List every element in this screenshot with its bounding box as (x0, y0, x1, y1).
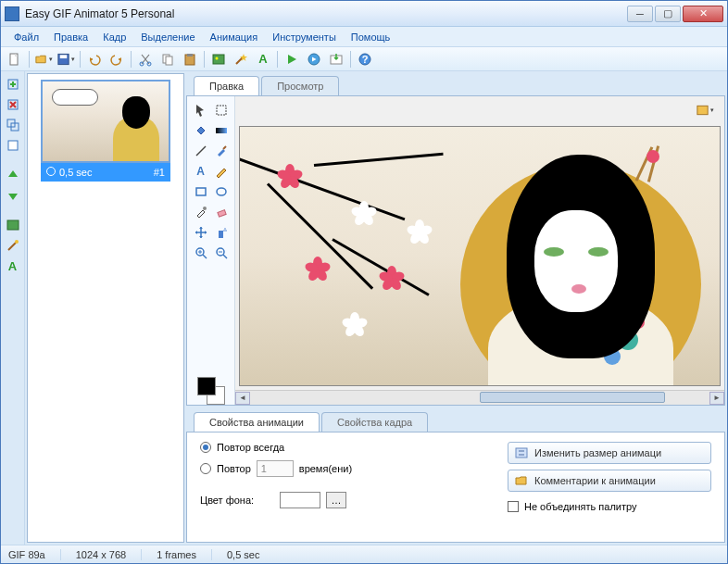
merge-palette-label: Не объединять палитру (524, 501, 637, 512)
minimize-button[interactable]: ─ (627, 6, 653, 22)
export-button[interactable] (326, 49, 346, 69)
svg-rect-19 (8, 141, 18, 150)
image-tool-button[interactable] (208, 49, 229, 69)
play-button[interactable] (282, 49, 302, 69)
tab-anim-props[interactable]: Свойства анимации (194, 412, 320, 432)
bgcolor-picker-button[interactable]: … (326, 492, 346, 508)
svg-rect-8 (187, 54, 193, 56)
svg-rect-20 (7, 220, 19, 230)
copy-button[interactable] (157, 49, 178, 69)
gradient-tool[interactable] (213, 122, 230, 139)
bucket-tool[interactable] (193, 122, 209, 139)
props-panel: Повтор всегда Повтор 1 время(ени) Цвет ф… (186, 432, 725, 543)
tab-preview[interactable]: Просмотр (261, 76, 339, 95)
menu-selection[interactable]: Выделение (133, 30, 202, 44)
help-button[interactable]: ? (355, 49, 375, 69)
canvas-options-button[interactable] (695, 100, 715, 120)
close-button[interactable]: ✕ (683, 6, 723, 22)
menu-edit[interactable]: Правка (46, 30, 95, 44)
editor-tabs: Правка Просмотр (186, 73, 725, 95)
svg-rect-34 (697, 106, 708, 114)
ellipse-tool[interactable] (213, 183, 230, 200)
maximize-button[interactable]: ▢ (655, 6, 681, 22)
cut-button[interactable] (135, 49, 156, 69)
move-down-button[interactable] (4, 186, 22, 205)
frames-panel: 0,5 sec #1 (27, 73, 184, 543)
comments-button[interactable]: Комментарии к анимации (508, 470, 711, 492)
image-effect-button[interactable] (4, 216, 22, 234)
eyedropper-tool[interactable] (193, 204, 209, 220)
text-effect-button[interactable]: A (4, 257, 22, 275)
tab-edit[interactable]: Правка (194, 76, 259, 95)
menu-help[interactable]: Помощь (344, 30, 398, 44)
add-frame-button[interactable] (4, 75, 22, 94)
new-button[interactable] (5, 49, 25, 69)
wand-effect-button[interactable] (4, 236, 22, 255)
scroll-left-button[interactable]: ◄ (235, 392, 250, 405)
pointer-tool[interactable] (193, 102, 209, 119)
line-tool[interactable] (193, 143, 209, 159)
menu-tools[interactable]: Инструменты (265, 30, 344, 44)
blank-frame-button[interactable] (4, 136, 22, 155)
rect-tool[interactable] (193, 183, 209, 200)
eraser-tool[interactable] (213, 204, 230, 220)
svg-rect-22 (217, 106, 226, 115)
resize-animation-button[interactable]: Изменить размер анимаци (508, 442, 711, 464)
properties-area: Свойства анимации Свойства кадра Повтор … (186, 409, 725, 543)
foreground-color-swatch[interactable] (197, 377, 216, 395)
tool-palette: A (187, 96, 235, 405)
menu-frame[interactable]: Кадр (95, 30, 133, 44)
duplicate-frame-button[interactable] (4, 116, 22, 134)
paste-button[interactable] (180, 49, 200, 69)
app-window: Easy GIF Animator 5 Personal ─ ▢ ✕ Файл … (0, 0, 728, 564)
undo-button[interactable] (84, 49, 105, 69)
text-tool[interactable]: A (193, 163, 209, 180)
repeat-label: Повтор (217, 463, 251, 474)
svg-text:?: ? (362, 54, 369, 65)
clock-icon (46, 167, 56, 176)
text-button[interactable]: A (253, 49, 273, 69)
brush-tool[interactable] (213, 143, 230, 159)
pencil-tool[interactable] (213, 163, 230, 180)
svg-rect-28 (219, 231, 223, 238)
repeat-count-radio[interactable] (200, 463, 211, 474)
zoom-in-tool[interactable] (193, 244, 209, 261)
svg-rect-2 (60, 55, 68, 58)
scroll-thumb[interactable] (480, 392, 665, 403)
wand-button[interactable] (231, 49, 251, 69)
redo-button[interactable] (107, 49, 127, 69)
svg-point-26 (203, 207, 207, 210)
svg-rect-27 (217, 210, 225, 217)
menubar: Файл Правка Кадр Выделение Анимация Инст… (1, 27, 727, 47)
save-button[interactable] (56, 49, 76, 69)
horizontal-scrollbar[interactable]: ◄ ► (235, 390, 724, 405)
times-label: время(ени) (299, 463, 352, 474)
menu-animation[interactable]: Анимация (203, 30, 266, 44)
merge-palette-checkbox[interactable] (508, 501, 519, 512)
status-frames: 1 frames (157, 549, 212, 560)
open-button[interactable] (33, 49, 54, 69)
move-tool[interactable] (193, 224, 209, 241)
canvas[interactable] (239, 126, 721, 386)
tab-frame-props[interactable]: Свойства кадра (321, 412, 428, 432)
spray-tool[interactable] (213, 224, 230, 241)
frame-label: 0,5 sec #1 (41, 163, 170, 182)
delete-frame-button[interactable] (4, 95, 22, 114)
repeat-count-input[interactable]: 1 (257, 460, 294, 477)
frame-thumb-image (41, 80, 170, 163)
svg-point-10 (216, 56, 219, 59)
marquee-tool[interactable] (213, 102, 230, 119)
move-up-button[interactable] (4, 166, 22, 184)
main-toolbar: A ? (1, 47, 727, 71)
bgcolor-swatch[interactable] (280, 492, 320, 508)
frame-thumbnail[interactable]: 0,5 sec #1 (41, 80, 170, 182)
props-tabs: Свойства анимации Свойства кадра (186, 409, 725, 432)
svg-rect-6 (166, 56, 172, 65)
preview-browser-button[interactable] (304, 49, 324, 69)
scroll-right-button[interactable]: ► (709, 392, 724, 405)
status-delay: 0,5 sec (227, 549, 259, 560)
repeat-always-radio[interactable] (200, 442, 211, 453)
status-format: GIF 89a (8, 549, 61, 560)
zoom-out-tool[interactable] (213, 244, 230, 261)
menu-file[interactable]: Файл (6, 30, 46, 44)
